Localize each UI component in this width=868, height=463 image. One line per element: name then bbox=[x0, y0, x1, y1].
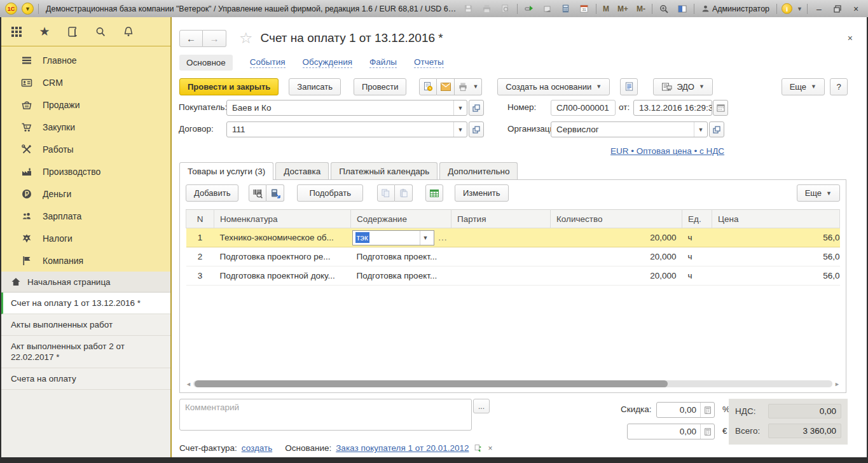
chevron-down-icon[interactable]: ▼ bbox=[453, 100, 467, 115]
open-window-act2[interactable]: Акт выполненных работ 2 от 22.02.2017 * bbox=[1, 336, 170, 368]
open-window-invoice[interactable]: Счет на оплату 1 от 13.12.2016 * bbox=[1, 293, 170, 314]
sidebar-item-main[interactable]: Главное bbox=[1, 49, 170, 71]
sidebar-item-salary[interactable]: Зарплата bbox=[1, 205, 170, 227]
table-more-button[interactable]: Еще▼ bbox=[797, 184, 840, 202]
organization-field[interactable]: Сервислог ▼ bbox=[551, 121, 708, 137]
sidebar-item-money[interactable]: Деньги bbox=[1, 183, 170, 205]
calculator-icon[interactable] bbox=[559, 3, 573, 15]
sidebar-item-crm[interactable]: CRM bbox=[1, 71, 170, 93]
basis-document-link[interactable]: Заказ покупателя 1 от 20.01.2012 bbox=[336, 443, 469, 453]
memory-add-button[interactable]: M+ bbox=[616, 4, 630, 13]
scrollbar-thumb[interactable] bbox=[195, 380, 668, 387]
search-icon[interactable] bbox=[94, 25, 107, 38]
back-button[interactable]: ← bbox=[179, 30, 203, 47]
print-icon[interactable] bbox=[480, 3, 494, 15]
table-row[interactable]: 1 Технико-экономическое об... тэк ▼ ... bbox=[186, 228, 840, 247]
add-row-button[interactable]: Добавить bbox=[186, 184, 238, 202]
get-link-icon[interactable] bbox=[522, 3, 536, 15]
apps-grid-icon[interactable] bbox=[10, 25, 23, 38]
calculator-icon[interactable] bbox=[700, 403, 714, 417]
col-n[interactable]: N bbox=[186, 210, 214, 228]
open-window-invoices-list[interactable]: Счета на оплату bbox=[1, 368, 170, 390]
doc-with-clock-button[interactable] bbox=[419, 78, 437, 95]
zoom-icon[interactable] bbox=[657, 3, 671, 15]
contract-field[interactable]: 111 ▼ bbox=[226, 121, 467, 137]
comment-dots-button[interactable]: ... bbox=[473, 399, 490, 413]
buyer-open-button[interactable] bbox=[469, 100, 484, 116]
current-user[interactable]: Администратор bbox=[699, 4, 772, 13]
favorites-star-icon[interactable]: ★ bbox=[38, 25, 51, 38]
sidebar-item-home[interactable]: Начальная страница bbox=[1, 272, 170, 293]
write-button[interactable]: Записать bbox=[289, 78, 341, 95]
notifications-bell-icon[interactable] bbox=[122, 25, 135, 38]
split-window-icon[interactable] bbox=[675, 3, 689, 15]
sidebar-item-company[interactable]: Компания bbox=[1, 249, 170, 272]
sidebar-item-sales[interactable]: Продажи bbox=[1, 93, 170, 116]
number-field[interactable]: СЛ00-000001 bbox=[551, 100, 616, 116]
content-cell-editor[interactable]: тэк ▼ ... bbox=[352, 230, 450, 245]
minimize-button[interactable]: – bbox=[812, 4, 826, 14]
edo-button[interactable]: ЭДО▼ bbox=[653, 78, 713, 95]
sidebar-item-works[interactable]: Работы bbox=[1, 138, 170, 160]
sidebar-item-production[interactable]: Производство bbox=[1, 160, 170, 183]
tab-reports[interactable]: Отчеты bbox=[414, 57, 444, 68]
buyer-field[interactable]: Баев и Ко ▼ bbox=[226, 100, 467, 116]
chevron-down-icon[interactable]: ▼ bbox=[453, 122, 467, 137]
col-unit[interactable]: Ед. bbox=[682, 210, 712, 228]
help-button[interactable]: ? bbox=[830, 78, 848, 95]
load-from-file-button[interactable] bbox=[425, 184, 443, 202]
history-icon[interactable] bbox=[66, 25, 79, 38]
tab-discussions[interactable]: Обсуждения bbox=[303, 57, 352, 68]
col-nomenclature[interactable]: Номенклатура bbox=[214, 210, 351, 228]
horizontal-scrollbar[interactable]: ◄ ► bbox=[186, 380, 840, 388]
go-to-link-icon[interactable] bbox=[541, 3, 555, 15]
send-email-button[interactable] bbox=[437, 78, 455, 95]
favorite-star-icon[interactable]: ☆ bbox=[239, 29, 253, 47]
main-menu-button[interactable]: ▼ bbox=[22, 3, 34, 15]
close-window-button[interactable]: × bbox=[849, 4, 863, 14]
memory-recall-button[interactable]: M bbox=[601, 4, 611, 13]
pick-items-button[interactable]: Подобрать bbox=[297, 184, 362, 202]
forward-button[interactable]: → bbox=[203, 30, 226, 47]
scroll-left-icon[interactable]: ◄ bbox=[186, 381, 191, 387]
chevron-down-icon[interactable]: ▼ bbox=[797, 6, 803, 12]
create-invoice-link[interactable]: создать bbox=[242, 443, 272, 453]
sidebar-item-purchases[interactable]: Закупки bbox=[1, 116, 170, 138]
copy-rows-button[interactable] bbox=[377, 184, 395, 202]
tab-files[interactable]: Файлы bbox=[369, 57, 397, 68]
discount-amount-field[interactable]: 0,00 bbox=[627, 424, 715, 439]
clear-basis-icon[interactable]: × bbox=[488, 444, 493, 453]
more-button[interactable]: Еще▼ bbox=[782, 78, 825, 95]
tab-goods-services[interactable]: Товары и услуги (3) bbox=[179, 162, 273, 180]
date-calendar-button[interactable] bbox=[713, 100, 728, 116]
calendar-icon[interactable]: 31 bbox=[577, 3, 591, 15]
organization-open-button[interactable] bbox=[709, 121, 724, 137]
tab-additional[interactable]: Дополнительно bbox=[439, 162, 518, 179]
comment-input[interactable]: Комментарий bbox=[179, 399, 472, 431]
content-edit-input[interactable]: тэк ▼ bbox=[352, 230, 434, 245]
print-preview-icon[interactable] bbox=[499, 3, 513, 15]
discount-percent-field[interactable]: 0,00 bbox=[656, 402, 715, 418]
col-batch[interactable]: Партия bbox=[451, 210, 551, 228]
tab-delivery[interactable]: Доставка bbox=[275, 162, 329, 179]
pos-terminal-button[interactable] bbox=[266, 184, 284, 202]
col-price[interactable]: Цена bbox=[712, 210, 840, 228]
memory-subtract-button[interactable]: M- bbox=[635, 4, 647, 13]
refresh-basis-icon[interactable] bbox=[474, 444, 483, 452]
table-row[interactable]: 3 Подготовка проектной доку... Подготовк… bbox=[186, 266, 840, 286]
chevron-down-icon[interactable]: ▼ bbox=[420, 231, 431, 245]
reports-button[interactable] bbox=[620, 78, 638, 95]
scrollbar-track[interactable] bbox=[193, 380, 832, 387]
barcode-scan-button[interactable] bbox=[249, 184, 266, 202]
post-button[interactable]: Провести bbox=[354, 78, 407, 95]
open-window-acts-list[interactable]: Акты выполненных работ bbox=[1, 314, 170, 336]
col-content[interactable]: Содержание bbox=[351, 210, 451, 228]
tab-payment-calendar[interactable]: Платежный календарь bbox=[331, 162, 437, 179]
paste-rows-button[interactable] bbox=[395, 184, 413, 202]
save-icon[interactable] bbox=[462, 3, 476, 15]
date-field[interactable]: 13.12.2016 16:29:31 bbox=[633, 100, 712, 116]
restore-button[interactable] bbox=[830, 5, 844, 13]
tab-events[interactable]: События bbox=[250, 57, 286, 68]
col-quantity[interactable]: Количество bbox=[551, 210, 682, 228]
price-settings-link[interactable]: EUR • Оптовая цена • с НДС bbox=[610, 146, 724, 156]
